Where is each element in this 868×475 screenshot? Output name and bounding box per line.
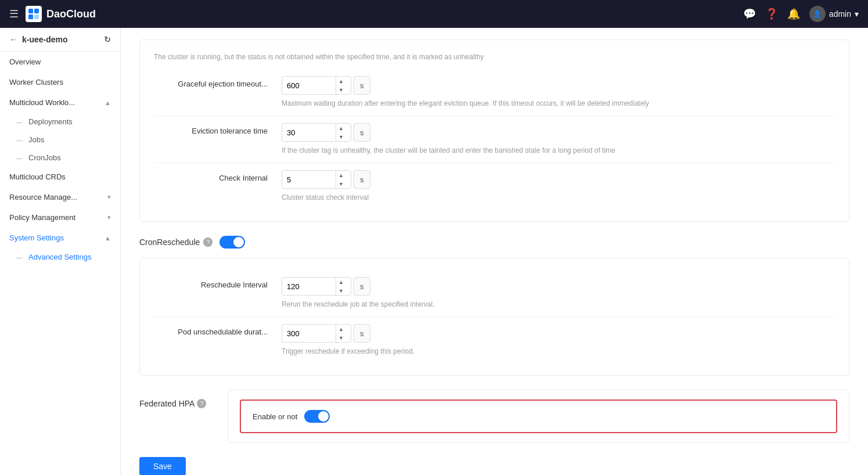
topnav-right: 💬 ❓ 🔔 👤 admin ▾ xyxy=(743,6,859,22)
graceful-ejection-label: Graceful ejection timeout... xyxy=(154,76,282,88)
save-button[interactable]: Save xyxy=(139,457,186,475)
chat-icon[interactable]: 💬 xyxy=(743,8,756,20)
graceful-ejection-desc: Maximum waiting duration after entering … xyxy=(282,98,835,109)
federated-hpa-control-area: Enable or not xyxy=(228,390,849,443)
reschedule-interval-input-wrap: ▲ ▼ s xyxy=(282,277,835,296)
eviction-tolerance-spinner: ▲ ▼ xyxy=(336,124,346,141)
sidebar-label-worker-clusters: Worker Clusters xyxy=(9,78,63,87)
eviction-tolerance-field[interactable] xyxy=(287,128,333,137)
multicloud-chevron-icon: ▲ xyxy=(105,99,111,106)
help-icon[interactable]: ❓ xyxy=(765,8,778,20)
main-content: The cluster is running, but the status i… xyxy=(121,28,868,475)
sidebar-item-resource-manage[interactable]: Resource Manage... ▾ xyxy=(0,187,120,207)
sidebar-item-advanced-settings[interactable]: Advanced Settings xyxy=(0,248,120,266)
pod-unschedulable-desc: Trigger reschedule if exceeding this per… xyxy=(282,346,835,357)
sidebar-label-system-settings: System Settings xyxy=(9,233,64,242)
svg-rect-0 xyxy=(28,9,33,13)
bell-icon[interactable]: 🔔 xyxy=(787,8,800,20)
reschedule-interval-row: Reschedule Interval ▲ ▼ s xyxy=(154,270,835,317)
check-internal-input-wrap: ▲ ▼ s xyxy=(282,170,835,189)
check-internal-input-box: ▲ ▼ xyxy=(282,170,351,189)
cronreschedule-settings: Reschedule Interval ▲ ▼ s xyxy=(139,258,849,376)
check-internal-unit: s xyxy=(354,170,370,189)
content-area: The cluster is running, but the status i… xyxy=(121,28,868,475)
sidebar-item-system-settings[interactable]: System Settings ▲ xyxy=(0,228,120,248)
sidebar-label-advanced-settings: Advanced Settings xyxy=(28,253,91,261)
cronreschedule-help-icon[interactable]: ? xyxy=(203,238,213,247)
reschedule-interval-down[interactable]: ▼ xyxy=(336,286,346,295)
pod-unschedulable-field[interactable] xyxy=(287,329,333,338)
sidebar-item-deployments[interactable]: Deployments xyxy=(0,113,120,131)
refresh-icon[interactable]: ↻ xyxy=(104,35,111,44)
reschedule-interval-desc: Rerun the reschedule job at the specifie… xyxy=(282,299,835,310)
cronreschedule-label-text: CronReschedule xyxy=(139,238,200,247)
sidebar-label-cronjobs: CronJobs xyxy=(28,153,61,162)
graceful-ejection-control: ▲ ▼ s Maximum waiting duration after ent… xyxy=(282,76,835,109)
check-internal-down[interactable]: ▼ xyxy=(336,179,346,188)
graceful-ejection-up[interactable]: ▲ xyxy=(336,77,346,85)
logo-icon xyxy=(26,6,42,22)
check-internal-label: Check Internal xyxy=(154,170,282,182)
sidebar-item-multicloud-worklo[interactable]: Multicloud Worklo... ▲ xyxy=(0,92,120,113)
eviction-tolerance-control: ▲ ▼ s If the cluster tag is unhealthy, t… xyxy=(282,123,835,156)
sidebar-item-policy-management[interactable]: Policy Management ▾ xyxy=(0,207,120,228)
cronreschedule-section-wrapper: CronReschedule ? Reschedule Interval xyxy=(139,236,849,376)
user-menu[interactable]: 👤 admin ▾ xyxy=(809,6,859,22)
eviction-tolerance-input-box: ▲ ▼ xyxy=(282,123,351,142)
pod-unschedulable-input-wrap: ▲ ▼ s xyxy=(282,324,835,343)
graceful-ejection-spinner: ▲ ▼ xyxy=(336,77,346,94)
eviction-tolerance-down[interactable]: ▼ xyxy=(336,132,346,141)
graceful-ejection-unit: s xyxy=(354,76,370,95)
resource-chevron-icon: ▾ xyxy=(107,193,111,201)
graceful-ejection-field[interactable] xyxy=(287,81,333,90)
sidebar-item-jobs[interactable]: Jobs xyxy=(0,131,120,149)
sidebar-label-multicloud-worklo: Multicloud Worklo... xyxy=(9,98,75,107)
federated-hpa-help-icon[interactable]: ? xyxy=(197,399,206,408)
federated-hpa-box: Enable or not xyxy=(228,390,849,443)
user-label: admin xyxy=(829,9,851,19)
health-check-notice: The cluster is running, but the status i… xyxy=(154,52,835,69)
federated-hpa-label-text: Federated HPA xyxy=(139,399,195,408)
eviction-tolerance-unit: s xyxy=(354,123,370,142)
pod-unschedulable-down[interactable]: ▼ xyxy=(336,333,346,342)
pod-unschedulable-control: ▲ ▼ s Trigger reschedule if exceeding th… xyxy=(282,324,835,357)
sidebar-item-worker-clusters[interactable]: Worker Clusters xyxy=(0,72,120,92)
logo-text: DaoCloud xyxy=(46,8,96,20)
hamburger-icon[interactable]: ☰ xyxy=(9,8,19,20)
sidebar-item-cronjobs[interactable]: CronJobs xyxy=(0,149,120,167)
reschedule-interval-up[interactable]: ▲ xyxy=(336,278,346,286)
check-internal-up[interactable]: ▲ xyxy=(336,171,346,179)
eviction-tolerance-label: Eviction tolerance time xyxy=(154,123,282,135)
app-logo: DaoCloud xyxy=(26,6,96,22)
reschedule-interval-unit: s xyxy=(354,277,370,296)
sidebar-item-multicloud-crds[interactable]: Multicloud CRDs xyxy=(0,167,120,187)
check-internal-field[interactable] xyxy=(287,175,333,184)
reschedule-interval-label: Reschedule Interval xyxy=(154,277,282,289)
sidebar-header: ← k-uee-demo ↻ xyxy=(0,28,120,52)
eviction-tolerance-up[interactable]: ▲ xyxy=(336,124,346,132)
policy-chevron-icon: ▾ xyxy=(107,214,111,221)
sidebar-label-jobs: Jobs xyxy=(28,135,44,144)
save-button-area: Save xyxy=(139,457,849,475)
eviction-tolerance-input-wrap: ▲ ▼ s xyxy=(282,123,835,142)
pod-unschedulable-unit: s xyxy=(354,324,370,343)
graceful-ejection-down[interactable]: ▼ xyxy=(336,85,346,94)
check-internal-desc: Cluster status check interval xyxy=(282,192,835,203)
top-navigation: ☰ DaoCloud 💬 ❓ 🔔 👤 admin ▾ xyxy=(0,0,868,28)
reschedule-interval-field[interactable] xyxy=(287,282,333,291)
sidebar-item-overview[interactable]: Overview xyxy=(0,52,120,72)
svg-rect-1 xyxy=(34,9,39,13)
federated-hpa-toggle[interactable] xyxy=(304,410,330,423)
sidebar-label-deployments: Deployments xyxy=(28,117,73,126)
graceful-ejection-input-wrap: ▲ ▼ s xyxy=(282,76,835,95)
back-icon[interactable]: ← xyxy=(9,35,17,44)
cronreschedule-toggle[interactable] xyxy=(219,236,245,249)
pod-unschedulable-row: Pod unschedulable durat... ▲ ▼ xyxy=(154,317,835,364)
health-check-section: The cluster is running, but the status i… xyxy=(139,39,849,222)
sidebar-label-resource-manage: Resource Manage... xyxy=(9,193,77,201)
pod-unschedulable-up[interactable]: ▲ xyxy=(336,325,346,333)
sidebar-label-overview: Overview xyxy=(9,57,41,66)
check-internal-row: Check Internal ▲ ▼ s xyxy=(154,163,835,210)
eviction-tolerance-desc: If the cluster tag is unhealthy, the clu… xyxy=(282,145,835,156)
federated-hpa-label-group: Federated HPA ? xyxy=(139,390,209,408)
